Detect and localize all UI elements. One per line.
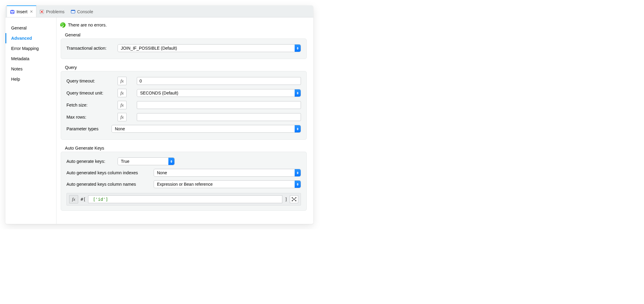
auto-generate-keys-select[interactable]: True: [118, 157, 175, 165]
select-value: SECONDS (Default): [140, 91, 178, 95]
tab-insert[interactable]: Insert ✕: [7, 5, 36, 17]
tab-console-label: Console: [77, 9, 93, 14]
sidebar-item-label: Metadata: [11, 56, 29, 61]
close-icon[interactable]: ✕: [30, 9, 33, 14]
fx-icon: fx: [121, 103, 124, 108]
fetch-size-input[interactable]: [137, 101, 301, 109]
section-query: Query timeout: fx Query timeout unit: fx…: [61, 71, 307, 140]
fx-icon: fx: [121, 79, 124, 84]
tab-insert-label: Insert: [17, 9, 27, 14]
fx-button[interactable]: fx: [118, 113, 127, 121]
section-title-autokeys: Auto Generate Keys: [65, 146, 308, 150]
expression-prefix: #[: [81, 197, 86, 202]
fx-button[interactable]: fx: [69, 195, 78, 203]
col-indexes-select[interactable]: None: [154, 169, 301, 177]
chevron-updown-icon: [295, 125, 301, 132]
auto-generate-keys-label: Auto generate keys:: [66, 159, 115, 164]
section-autokeys: Auto generate keys: True Auto generated …: [61, 152, 307, 211]
select-value: Expression or Bean reference: [157, 182, 213, 187]
mapping-icon: [291, 197, 297, 202]
parameter-types-select[interactable]: None: [112, 125, 301, 133]
tab-problems[interactable]: Problems: [36, 5, 67, 17]
col-indexes-label: Auto generated keys column indexes: [66, 170, 151, 175]
sidebar-item-label: Help: [11, 77, 20, 82]
tab-bar: Insert ✕ Problems Console: [5, 5, 313, 17]
expression-editor: fx #[ ]: [66, 193, 301, 206]
chevron-updown-icon: [295, 181, 301, 188]
chevron-updown-icon: [295, 169, 301, 176]
svg-rect-4: [71, 10, 75, 11]
transactional-action-select[interactable]: JOIN_IF_POSSIBLE (Default): [118, 44, 301, 52]
sidebar-item-metadata[interactable]: Metadata: [5, 54, 56, 64]
status-message: There are no errors.: [68, 23, 107, 27]
sidebar-item-label: Error Mapping: [11, 46, 39, 51]
sidebar-item-notes[interactable]: Notes: [5, 64, 56, 74]
problems-icon: [39, 9, 44, 14]
chevron-updown-icon: [295, 89, 301, 97]
sidebar-item-label: Advanced: [11, 36, 32, 41]
query-timeout-unit-select[interactable]: SECONDS (Default): [137, 89, 301, 97]
query-timeout-unit-label: Query timeout unit:: [66, 91, 115, 95]
query-timeout-input[interactable]: [137, 77, 301, 85]
tab-console[interactable]: Console: [68, 5, 96, 17]
max-rows-input[interactable]: [137, 113, 301, 121]
section-title-query: Query: [65, 65, 308, 70]
transactional-action-label: Transactional action:: [66, 46, 115, 51]
fx-icon: fx: [121, 115, 124, 120]
fetch-size-label: Fetch size:: [66, 103, 115, 107]
fx-icon: fx: [72, 197, 75, 202]
svg-point-1: [11, 12, 14, 13]
sidebar: General Advanced Error Mapping Metadata …: [5, 17, 57, 224]
sidebar-item-help[interactable]: Help: [5, 74, 56, 84]
chevron-updown-icon: [168, 158, 174, 165]
parameter-types-label: Parameter types: [66, 126, 109, 131]
section-general: Transactional action: JOIN_IF_POSSIBLE (…: [61, 39, 307, 59]
main-content: There are no errors. General Transaction…: [57, 17, 313, 224]
fx-button[interactable]: fx: [118, 101, 127, 109]
section-title-general: General: [65, 33, 308, 37]
status-row: There are no errors.: [60, 20, 308, 32]
select-value: True: [121, 159, 129, 164]
console-icon: [71, 9, 75, 14]
fx-button[interactable]: fx: [118, 89, 127, 97]
insert-db-icon: [10, 9, 15, 14]
max-rows-label: Max rows:: [66, 115, 115, 119]
svg-point-0: [11, 10, 14, 11]
select-value: None: [115, 126, 125, 131]
tab-problems-label: Problems: [46, 9, 64, 14]
sidebar-item-label: General: [11, 26, 27, 30]
fx-icon: fx: [121, 91, 124, 96]
select-value: None: [157, 170, 167, 175]
col-names-label: Auto generated keys column names: [66, 182, 151, 187]
query-timeout-label: Query timeout:: [66, 79, 115, 83]
col-names-select[interactable]: Expression or Bean reference: [154, 180, 301, 188]
check-circle-icon: [60, 22, 66, 28]
expression-suffix: ]: [285, 197, 287, 202]
sidebar-item-general[interactable]: General: [5, 23, 56, 33]
expression-input[interactable]: [88, 195, 282, 203]
sidebar-item-advanced[interactable]: Advanced: [5, 33, 56, 43]
fx-button[interactable]: fx: [118, 77, 127, 85]
select-value: JOIN_IF_POSSIBLE (Default): [121, 46, 177, 51]
sidebar-item-error-mapping[interactable]: Error Mapping: [5, 43, 56, 54]
data-mapping-button[interactable]: [290, 195, 298, 203]
config-panel: Insert ✕ Problems Console General Advanc…: [5, 5, 313, 224]
sidebar-item-label: Notes: [11, 67, 23, 71]
chevron-updown-icon: [295, 45, 301, 52]
